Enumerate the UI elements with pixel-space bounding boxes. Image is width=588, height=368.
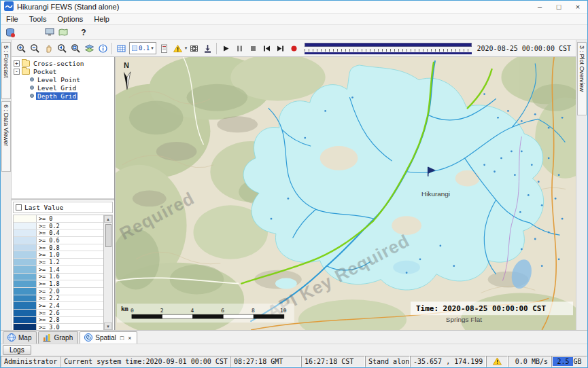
map-view[interactable]: API Key Required API Key Required Hikura… [115,57,576,330]
scroll-thumb[interactable] [105,224,111,247]
explorer-icon[interactable] [43,26,56,39]
warning-icon [493,357,502,367]
legend-item[interactable]: >= 1.4 [14,266,103,274]
expander-icon[interactable]: + [14,60,20,67]
expander-icon[interactable]: - [14,69,20,75]
report-icon[interactable] [158,41,171,55]
svg-text:10: 10 [280,308,287,314]
tab-spatial-label: Spatial [95,334,116,342]
timeline-base [305,52,471,54]
zoom-out-icon[interactable] [28,41,41,55]
tab-graph[interactable]: Graph [38,331,78,344]
layers-icon[interactable] [82,41,96,55]
pan-hand-icon[interactable] [41,41,55,55]
legend-item[interactable]: >= 0.6 [14,237,103,244]
svg-text:km: km [121,306,128,312]
tab-data-viewer[interactable]: 6 : Data Viewer [1,101,11,172]
legend-item[interactable]: >= 3.0 [14,324,103,330]
tree-node-cross-section[interactable]: + Cross-section [12,59,114,67]
legend-scrollbar[interactable]: ▲ ▼ [103,215,112,330]
legend-color-swatch [14,288,37,295]
zoom-extent-icon[interactable] [69,41,82,55]
grid-display-icon[interactable] [114,41,128,55]
legend-item[interactable]: >= 1.2 [14,259,103,266]
legend-header: Last Value [13,202,113,213]
legend-item[interactable]: >= 2.8 [14,317,103,325]
menu-tools[interactable]: Tools [24,15,52,23]
zoom-previous-icon[interactable] [55,41,69,55]
scroll-down-icon[interactable]: ▼ [104,323,112,330]
grid-scale-value: 0.1 [139,45,150,52]
stop-button[interactable] [246,41,260,55]
info-icon[interactable] [96,41,109,55]
tab-spatial[interactable]: Spatial □ × [80,331,137,344]
left-tab-strip: 5 : Forecast 6 : Data Viewer [1,40,12,330]
step-back-button[interactable] [260,41,273,55]
legend-item[interactable]: >= 1.8 [14,280,103,288]
legend-item-label: >= 0.4 [37,229,60,236]
tree-node-level-point[interactable]: Level Point [12,75,114,84]
menu-help[interactable]: Help [88,15,115,23]
legend-item[interactable]: >= 2.2 [14,295,103,303]
minimize-button[interactable]: – [530,1,549,13]
legend-item-label: >= 2.0 [37,288,60,295]
legend-item[interactable]: >= 0.8 [14,244,103,252]
record-button[interactable] [287,41,300,55]
globe-icon [7,333,16,344]
step-forward-button[interactable] [273,41,287,55]
tree-node-level-grid[interactable]: Level Grid [12,84,114,92]
titlebar[interactable]: Hikurangi FEWS (Stand alone) – □ × [1,1,587,14]
svg-text:2: 2 [160,308,164,314]
toolbar-separator [216,43,217,54]
tree-node-depth-grid[interactable]: Depth Grid [12,92,114,100]
last-value-checkbox[interactable] [16,204,22,210]
status-mode: Stand alone [365,356,410,367]
legend-color-swatch [14,229,37,236]
legend-item[interactable]: >= 1.6 [14,274,103,281]
save-animation-icon[interactable] [201,41,214,55]
animation-export-icon[interactable] [187,41,201,55]
timeline-bar[interactable] [305,43,471,47]
grid-scale-combo[interactable]: 0.1 ▾ [129,42,156,54]
pause-button[interactable] [232,41,246,55]
legend-item[interactable]: >= 0.2 [14,223,103,230]
help-button[interactable]: ? [77,26,90,39]
legend-item[interactable]: >= 0 [14,215,103,223]
maximize-button[interactable]: □ [549,1,568,13]
legend-color-swatch [14,244,37,251]
menu-file[interactable]: File [1,15,24,23]
place-label-hikurangi: Hikurangi [421,190,450,198]
status-user: Administrator [1,356,60,367]
svg-text:8: 8 [252,308,255,314]
svg-text:Time: 2020-08-25 00:00:00 CST: Time: 2020-08-25 00:00:00 CST [416,304,546,313]
logs-button[interactable]: Logs [3,345,31,355]
scroll-up-icon[interactable]: ▲ [104,215,112,223]
legend-color-swatch [14,295,37,302]
panel-close-button[interactable]: × [128,335,131,342]
legend-item[interactable]: >= 2.0 [14,288,103,295]
close-button[interactable]: × [568,1,587,13]
status-warning[interactable] [486,356,508,367]
play-button[interactable] [219,41,232,55]
legend-item[interactable]: >= 1.0 [14,251,103,259]
threshold-warning-icon[interactable] [171,41,185,55]
map-display-icon[interactable] [56,26,70,39]
tree-node-label: Pocket [32,68,58,75]
tab-map[interactable]: Map [3,331,37,344]
tree-node-pocket[interactable]: - Pocket [12,67,114,75]
tab-map-label: Map [18,334,31,342]
database-icon[interactable] [3,26,17,39]
menu-options[interactable]: Options [52,15,88,23]
tree-node-label: Depth Grid [36,92,77,100]
timeline-slider[interactable] [305,42,471,54]
chevron-down-icon[interactable]: ▾ [151,45,154,51]
map-canvas[interactable]: API Key Required API Key Required Hikura… [116,57,576,330]
legend-item[interactable]: >= 0.4 [14,229,103,237]
panel-maximize-button[interactable]: □ [120,335,124,342]
tab-forecast[interactable]: 5 : Forecast [1,42,11,99]
legend-item[interactable]: >= 2.6 [14,310,103,317]
legend-item[interactable]: >= 2.4 [14,302,103,310]
zoom-in-icon[interactable] [14,41,28,55]
tab-plot-overview[interactable]: 3 : Plot Overview [577,42,587,115]
legend-item-label: >= 2.8 [37,317,60,324]
